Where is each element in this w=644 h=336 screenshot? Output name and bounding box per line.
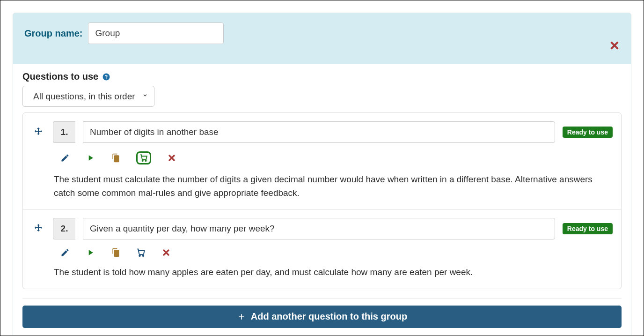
preview-button[interactable] — [86, 248, 95, 257]
question-row: 1. Ready to use — [31, 121, 613, 143]
status-badge: Ready to use — [563, 127, 613, 138]
plus-icon — [237, 312, 246, 321]
pencil-icon — [60, 153, 70, 163]
move-icon — [33, 127, 44, 138]
play-icon — [86, 248, 95, 257]
remove-button[interactable] — [167, 153, 176, 163]
play-icon — [86, 153, 95, 163]
basket-button[interactable] — [136, 248, 146, 257]
questions-label-text: Questions to use — [22, 71, 98, 82]
svg-point-2 — [142, 160, 143, 161]
copy-icon — [111, 248, 120, 257]
question-number: 2. — [53, 218, 75, 239]
cart-active-frame — [136, 151, 151, 164]
move-icon — [33, 223, 44, 234]
question-row: 2. Ready to use — [31, 218, 613, 239]
add-question-label: Add another question to this group — [251, 311, 407, 322]
cart-icon — [139, 154, 148, 162]
question-number: 1. — [53, 121, 75, 143]
delete-group-button[interactable] — [609, 40, 620, 51]
group-panel: Group name: Questions to use ? All quest… — [13, 13, 631, 336]
question-item: 2. Ready to use — [23, 209, 621, 289]
question-title-input[interactable] — [83, 218, 555, 239]
edit-button[interactable] — [60, 248, 70, 257]
drag-handle[interactable] — [31, 127, 45, 138]
svg-point-3 — [145, 160, 146, 161]
remove-button[interactable] — [161, 248, 171, 257]
svg-text:?: ? — [105, 74, 108, 79]
question-actions — [31, 248, 613, 257]
svg-point-4 — [139, 255, 140, 256]
question-order-select[interactable]: All questions, in this order — [22, 86, 154, 107]
question-item: 1. Ready to use — [23, 113, 621, 209]
add-question-button[interactable]: Add another question to this group — [22, 306, 622, 328]
cart-icon — [136, 248, 146, 257]
preview-button[interactable] — [86, 153, 95, 163]
edit-button[interactable] — [60, 153, 70, 163]
question-title-input[interactable] — [83, 121, 555, 143]
group-name-label: Group name: — [24, 28, 82, 39]
app-frame: Group name: Questions to use ? All quest… — [0, 0, 644, 336]
close-icon — [161, 248, 171, 257]
question-description: The student must calculate the number of… — [31, 173, 613, 200]
order-select-wrap: All questions, in this order — [22, 82, 154, 107]
svg-point-5 — [143, 255, 144, 256]
basket-button[interactable] — [136, 151, 151, 164]
question-actions — [31, 151, 613, 164]
group-body: Questions to use ? All questions, in thi… — [13, 64, 631, 336]
pencil-icon — [60, 248, 70, 257]
help-icon[interactable]: ? — [102, 73, 110, 81]
group-footer: Add another question to this group — [22, 299, 622, 328]
question-list: 1. Ready to use — [22, 112, 622, 289]
question-description: The student is told how many apples are … — [31, 266, 613, 279]
group-name-input[interactable] — [88, 22, 224, 44]
questions-section-label: Questions to use ? — [22, 71, 622, 82]
close-icon — [167, 153, 176, 163]
close-icon — [609, 40, 620, 51]
copy-button[interactable] — [111, 248, 120, 257]
group-header: Group name: — [13, 13, 631, 64]
status-badge: Ready to use — [563, 223, 613, 234]
copy-icon — [111, 153, 120, 163]
drag-handle[interactable] — [31, 223, 45, 234]
copy-button[interactable] — [111, 153, 120, 163]
